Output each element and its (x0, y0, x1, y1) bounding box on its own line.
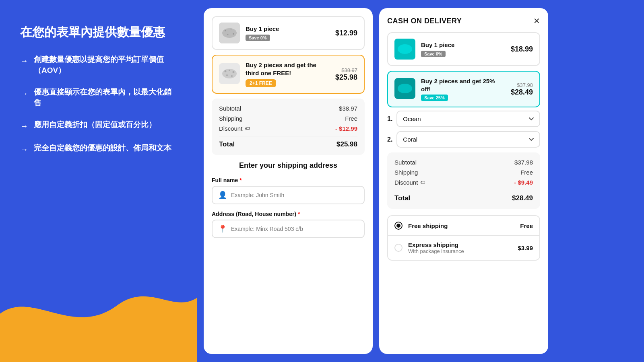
right-total-value: $28.49 (512, 194, 533, 202)
right-product-info-1: Buy 1 piece Save 0% (421, 41, 505, 57)
arrow-icon: → (20, 88, 28, 99)
arrow-icon: → (20, 144, 28, 155)
orange-wave (0, 274, 197, 362)
price-main-2: $25.98 (335, 73, 357, 82)
svg-point-2 (225, 30, 226, 31)
right-price-main-2: $28.49 (511, 88, 533, 97)
pillow-image-dotted (219, 63, 240, 86)
right-shipping-row: Shipping Free (394, 169, 533, 176)
right-discount-row: Discount 🏷 - $9.49 (394, 179, 533, 186)
person-icon: 👤 (218, 191, 227, 200)
center-inner: Buy 1 piece Save 0% $12.99 (204, 8, 373, 253)
address-input[interactable] (231, 226, 358, 232)
variant-num-2: 2. (387, 136, 392, 143)
shipping-info-free: Free shipping (408, 222, 514, 229)
location-icon: 📍 (218, 224, 227, 233)
variant-select-1[interactable]: Ocean (396, 111, 540, 127)
list-item-text: 創建數量優惠以提高您的平均訂單價值（AOV） (34, 54, 177, 76)
svg-point-1 (222, 28, 237, 38)
right-price-area-1: $18.99 (511, 45, 533, 53)
close-button[interactable]: ✕ (533, 16, 540, 26)
right-total-label: Total (394, 194, 410, 202)
right-summary: Subtotal $37.98 Shipping Free Discount 🏷… (387, 152, 540, 209)
variant-num-1: 1. (387, 115, 392, 123)
list-item: → 應用自定義折扣（固定值或百分比） (20, 119, 177, 132)
shipping-option-free[interactable]: Free shipping Free (388, 216, 539, 235)
total-row: Total $25.98 (219, 136, 357, 148)
product-info-2: Buy 2 pieces and get the third one FREE!… (246, 61, 330, 87)
center-panel: Buy 1 piece Save 0% $12.99 (204, 8, 373, 354)
full-name-input[interactable] (231, 192, 358, 198)
right-product-card-2[interactable]: Buy 2 pieces and get 25% off! Save 25% $… (387, 71, 540, 107)
subtotal-value: $38.97 (339, 105, 357, 112)
left-items-list: → 創建數量優惠以提高您的平均訂單價值（AOV） → 優惠直接顯示在您的表單內，… (20, 54, 177, 155)
right-tag-icon: 🏷 (420, 179, 425, 185)
address-input-wrap[interactable]: 📍 (212, 220, 365, 238)
pillow-teal-image-1 (394, 39, 415, 60)
subtotal-row: Subtotal $38.97 (219, 105, 357, 112)
right-discount-label-wrap: Discount 🏷 (394, 179, 425, 186)
list-item: → 完全自定義您的優惠的設計、佈局和文本 (20, 143, 177, 155)
svg-point-11 (226, 74, 228, 76)
discount-label-wrap: Discount 🏷 (219, 125, 250, 132)
product-title-1: Buy 1 piece (246, 25, 330, 33)
svg-point-3 (231, 29, 232, 30)
right-total-row: Total $28.49 (394, 190, 533, 202)
discount-row: Discount 🏷 - $12.99 (219, 125, 357, 132)
right-subtotal-value: $37.98 (514, 159, 533, 166)
badge-2plus1: 2+1 FREE (246, 79, 276, 87)
full-name-field-group: Full name * 👤 (212, 177, 365, 204)
right-product-card-1[interactable]: Buy 1 piece Save 0% $18.99 (387, 32, 540, 66)
right-title: CASH ON DELIVERY (387, 17, 462, 25)
right-panel: CASH ON DELIVERY ✕ Buy 1 piece Save 0% $… (379, 8, 548, 354)
full-name-label: Full name * (212, 177, 365, 183)
svg-point-8 (225, 70, 227, 72)
center-summary: Subtotal $38.97 Shipping Free Discount 🏷… (212, 99, 365, 155)
required-star-addr: * (298, 211, 300, 217)
right-discount-label-text: Discount (394, 179, 418, 186)
total-value: $25.98 (336, 140, 357, 148)
shipping-row: Shipping Free (219, 115, 357, 122)
left-title: 在您的表單內提供數量優惠 (20, 24, 177, 40)
radio-express[interactable] (394, 244, 402, 252)
svg-point-12 (231, 75, 233, 77)
shipping-form-title: Enter your shipping address (212, 161, 365, 170)
arrow-icon: → (20, 120, 28, 132)
shipping-label: Shipping (219, 115, 242, 122)
right-shipping-value: Free (520, 169, 533, 176)
shipping-name-express: Express shipping (408, 241, 512, 248)
right-save-badge-teal: Save 25% (421, 95, 448, 101)
arrow-icon: → (20, 55, 28, 66)
svg-point-16 (398, 84, 412, 93)
shipping-option-express[interactable]: Express shipping With package insurance … (388, 235, 539, 260)
list-item: → 優惠直接顯示在您的表單內，以最大化銷售 (20, 87, 177, 108)
svg-point-14 (398, 44, 412, 54)
address-field-group: Address (Road, House number) * 📍 (212, 211, 365, 238)
total-label: Total (219, 140, 235, 148)
right-subtotal-row: Subtotal $37.98 (394, 159, 533, 166)
right-price-main-1: $18.99 (511, 45, 533, 53)
variant-row-1: 1. Ocean (387, 111, 540, 127)
tag-icon: 🏷 (245, 125, 250, 132)
variant-select-2[interactable]: Coral (396, 131, 540, 148)
radio-free[interactable] (394, 222, 402, 230)
price-original-2: $38.97 (335, 67, 357, 73)
product-card-1[interactable]: Buy 1 piece Save 0% $12.99 (212, 16, 365, 50)
price-main-1: $12.99 (335, 29, 357, 37)
discount-value: - $12.99 (335, 125, 357, 132)
radio-inner-free (396, 224, 400, 228)
product-card-2[interactable]: Buy 2 pieces and get the third one FREE!… (212, 55, 365, 94)
product-title-2: Buy 2 pieces and get the third one FREE! (246, 61, 330, 77)
discount-label-text: Discount (219, 125, 242, 132)
svg-point-4 (227, 34, 229, 35)
full-name-input-wrap[interactable]: 👤 (212, 186, 365, 204)
required-star: * (239, 177, 242, 183)
right-product-title-2: Buy 2 pieces and get 25% off! (421, 77, 505, 93)
price-area-2: $38.97 $25.98 (335, 67, 357, 82)
variant-selects: 1. Ocean 2. Coral (387, 111, 540, 148)
list-item-text: 應用自定義折扣（固定值或百分比） (34, 119, 156, 130)
right-price-area-2: $37.98 $28.49 (511, 82, 533, 97)
svg-point-5 (233, 33, 234, 35)
svg-point-9 (229, 70, 230, 71)
right-subtotal-label: Subtotal (394, 159, 417, 166)
